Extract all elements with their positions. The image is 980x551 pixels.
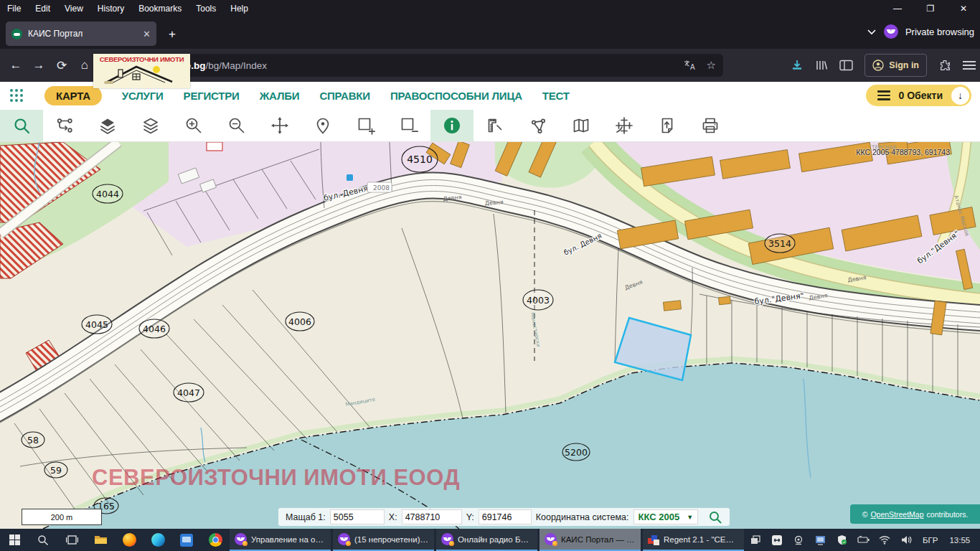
nav-spravki[interactable]: СПРАВКИ <box>319 90 370 102</box>
menu-bookmarks[interactable]: Bookmarks <box>131 4 189 14</box>
hidden-icons-tray-icon[interactable] <box>746 535 765 545</box>
svg-text:4044: 4044 <box>96 189 119 199</box>
tab-list-chevron-icon[interactable] <box>867 27 877 37</box>
close-window-button[interactable]: ✕ <box>947 0 980 17</box>
task-window-2[interactable]: (15 непрочетени) -... <box>333 529 434 551</box>
scale-input[interactable] <box>330 509 385 524</box>
app-menu-icon[interactable] <box>963 59 976 72</box>
pan-tool-button[interactable] <box>258 110 301 141</box>
export-tool-button[interactable] <box>646 110 689 141</box>
photos-app-icon[interactable] <box>172 529 201 551</box>
forward-button[interactable]: → <box>27 54 50 77</box>
menu-view[interactable]: View <box>57 4 90 14</box>
file-explorer-icon[interactable] <box>86 529 115 551</box>
menu-edit[interactable]: Edit <box>28 4 57 14</box>
menu-history[interactable]: History <box>90 4 131 14</box>
back-button[interactable]: ← <box>4 54 27 77</box>
svg-text:4510: 4510 <box>407 154 433 165</box>
select-area-tool-button[interactable] <box>344 110 387 141</box>
coordinates-search-icon[interactable] <box>708 510 722 524</box>
task-view-icon[interactable] <box>57 529 86 551</box>
taskbar-search-icon[interactable] <box>29 529 57 551</box>
edge-icon[interactable] <box>143 529 172 551</box>
locate-tool-button[interactable] <box>301 110 344 141</box>
map-status-bar: Мащаб 1: X: Y: Координатна система: ККС … <box>278 508 730 526</box>
nav-zhalbi[interactable]: ЖАЛБИ <box>260 90 300 102</box>
sign-in-label: Sign in <box>889 60 919 70</box>
map-sheets-tool-button[interactable] <box>560 110 603 141</box>
nav-registri[interactable]: РЕГИСТРИ <box>184 90 240 102</box>
downloads-icon[interactable] <box>791 59 804 72</box>
nav-test[interactable]: ТЕСТ <box>542 90 570 102</box>
volume-tray-icon[interactable] <box>897 535 915 545</box>
coordinates-grid-tool-button[interactable] <box>603 110 646 141</box>
svg-text:4003: 4003 <box>527 295 550 306</box>
firefox-private-icon <box>338 533 350 545</box>
zoom-in-tool-button[interactable] <box>172 110 215 141</box>
tab-close-icon[interactable]: ✕ <box>143 29 151 39</box>
zoom-out-tool-button[interactable] <box>215 110 258 141</box>
translate-icon[interactable]: A <box>684 60 697 71</box>
measure-tool-button[interactable] <box>473 110 517 141</box>
crs-select[interactable]: ККС 2005 ▼ <box>633 509 699 524</box>
clock[interactable]: 13:55 <box>945 536 974 545</box>
parcel-label: 4006 <box>286 312 314 331</box>
nav-pravosposobni[interactable]: ПРАВОСПОСОБНИ ЛИЦА <box>390 90 522 102</box>
menu-help[interactable]: Help <box>223 4 255 14</box>
nav-karta[interactable]: КАРТА <box>44 86 102 105</box>
browser-tab[interactable]: КАИС Портал ✕ <box>6 22 156 46</box>
select-graph-tool-button[interactable] <box>43 110 86 141</box>
defender-tray-icon[interactable] <box>832 534 851 545</box>
measure-area-tool-button[interactable] <box>517 110 560 141</box>
camera-tray-icon[interactable] <box>789 535 808 545</box>
sidebar-icon[interactable] <box>839 60 853 71</box>
print-tool-button[interactable] <box>689 110 732 141</box>
reload-button[interactable]: ⟳ <box>50 54 73 77</box>
objects-download-icon[interactable]: ↓ <box>951 87 969 105</box>
menu-file[interactable]: File <box>0 4 28 14</box>
sign-in-button[interactable]: Sign in <box>864 54 927 77</box>
svg-text:Девня: Девня <box>485 199 504 207</box>
regent-app-icon <box>648 534 659 545</box>
kais-favicon <box>11 29 22 39</box>
y-coordinate-input[interactable] <box>479 509 532 524</box>
objects-pill[interactable]: 0 Обекти ↓ <box>866 85 971 106</box>
start-button[interactable] <box>0 529 29 551</box>
apps-grid-icon[interactable] <box>9 88 24 103</box>
private-browsing-icon <box>884 24 898 39</box>
new-tab-button[interactable]: + <box>164 26 181 43</box>
extensions-icon[interactable] <box>938 59 951 72</box>
deselect-area-tool-button[interactable] <box>387 110 430 141</box>
minimize-button[interactable]: — <box>881 0 914 17</box>
severoiztochni-imoti-logo: СЕВЕРОИЗТОЧНИ ИМОТИ <box>93 54 190 88</box>
task-window-3[interactable]: Онлайн радио Бъл... <box>436 529 537 551</box>
bookmark-star-icon[interactable]: ☆ <box>707 59 716 72</box>
menu-tools[interactable]: Tools <box>189 4 223 14</box>
task-window-kais-active[interactable]: КАИС Портал — М... <box>540 529 641 551</box>
chrome-icon[interactable] <box>201 529 230 551</box>
action-center-icon[interactable] <box>977 535 980 545</box>
battery-tray-icon[interactable] <box>854 536 872 544</box>
basemap-tool-button[interactable] <box>86 110 129 141</box>
x-coordinate-input[interactable] <box>402 509 462 524</box>
restore-button[interactable]: ❐ <box>914 0 947 17</box>
search-tool-button[interactable] <box>0 110 43 141</box>
task-window-regent[interactable]: Regent 2.1 - "СЕВЕ... <box>643 529 744 551</box>
display-tray-icon[interactable] <box>811 535 829 545</box>
map-canvas[interactable]: бул. Девня 2008 Девня Девня бул. Девня Д… <box>0 142 980 529</box>
parcel-label: 3514 <box>765 234 795 253</box>
svg-text:3514: 3514 <box>768 238 791 249</box>
teamviewer-tray-icon[interactable] <box>768 534 786 546</box>
language-indicator[interactable]: БГР <box>918 536 942 545</box>
task-window-1[interactable]: Управление на оф... <box>230 529 331 551</box>
layers-tool-button[interactable] <box>129 110 172 141</box>
parcel-label: 4047 <box>174 383 204 402</box>
info-tool-button[interactable] <box>430 110 473 141</box>
osm-link[interactable]: OpenStreetMap <box>870 510 923 519</box>
url-bar[interactable]: kais.cadastre.bg/bg/Map/Index A ☆ <box>109 54 723 77</box>
wifi-tray-icon[interactable] <box>875 535 894 545</box>
parcel-label: 4003 <box>523 290 553 310</box>
firefox-icon[interactable] <box>115 529 143 551</box>
nav-uslugi[interactable]: УСЛУГИ <box>122 90 164 102</box>
library-icon[interactable] <box>815 60 828 71</box>
